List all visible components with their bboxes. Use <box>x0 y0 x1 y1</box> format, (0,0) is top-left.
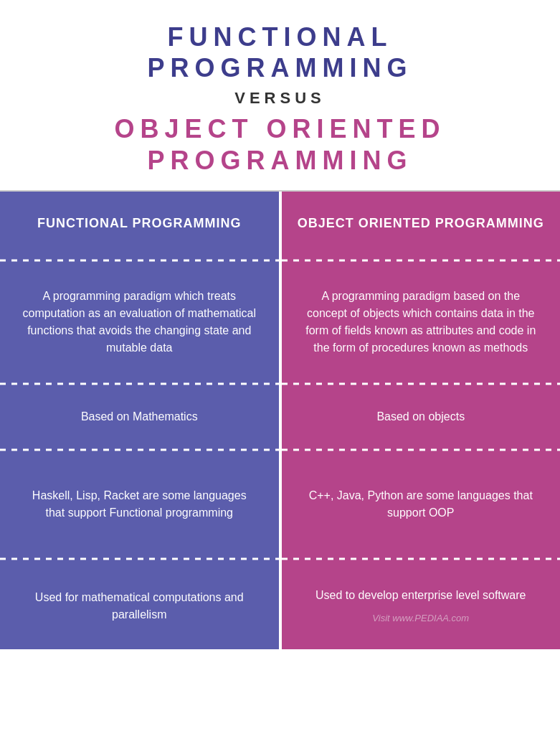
oop-languages: C++, Java, Python are some languages tha… <box>282 454 561 555</box>
oop-divider <box>282 256 561 265</box>
fp-usecase: Used for mathematical computations and p… <box>0 563 282 649</box>
header: FUNCTIONAL PROGRAMMING VERSUS OBJECT ORI… <box>0 0 560 190</box>
oop-usecase: Used to develop enterprise level softwar… <box>282 563 561 649</box>
row-usecases: Used for mathematical computations and p… <box>0 563 560 649</box>
oop-column-header: OBJECT ORIENTED PROGRAMMING <box>282 192 561 256</box>
row-languages: Haskell, Lisp, Racket are some languages… <box>0 454 560 555</box>
versus-label: VERSUS <box>29 89 531 108</box>
oop-divider-4 <box>282 555 561 563</box>
oop-basis: Based on objects <box>282 388 561 446</box>
row-basis: Based on Mathematics Based on objects <box>0 388 560 446</box>
divider-2 <box>0 380 560 388</box>
fp-languages: Haskell, Lisp, Racket are some languages… <box>0 454 282 555</box>
divider-4 <box>0 555 560 563</box>
comparison-table: FUNCTIONAL PROGRAMMING OBJECT ORIENTED P… <box>0 190 560 649</box>
divider-3 <box>0 446 560 454</box>
oop-divider-2 <box>282 380 561 388</box>
oop-definition: A programming paradigm based on the conc… <box>282 265 561 380</box>
fp-definition: A programming paradigm which treats comp… <box>0 265 282 380</box>
oop-divider-3 <box>282 446 561 454</box>
row-definition: A programming paradigm which treats comp… <box>0 265 560 380</box>
fp-divider-3 <box>0 446 282 454</box>
fp-divider <box>0 256 282 265</box>
header-row: FUNCTIONAL PROGRAMMING OBJECT ORIENTED P… <box>0 192 560 256</box>
oop-title: OBJECT ORIENTED PROGRAMMING <box>29 113 531 175</box>
fp-divider-4 <box>0 555 282 563</box>
fp-basis: Based on Mathematics <box>0 388 282 446</box>
footer-note: Visit www.PEDIAA.com <box>372 611 469 626</box>
fp-title: FUNCTIONAL PROGRAMMING <box>29 22 531 83</box>
fp-divider-2 <box>0 380 282 388</box>
divider-1 <box>0 256 560 265</box>
fp-column-header: FUNCTIONAL PROGRAMMING <box>0 192 282 256</box>
